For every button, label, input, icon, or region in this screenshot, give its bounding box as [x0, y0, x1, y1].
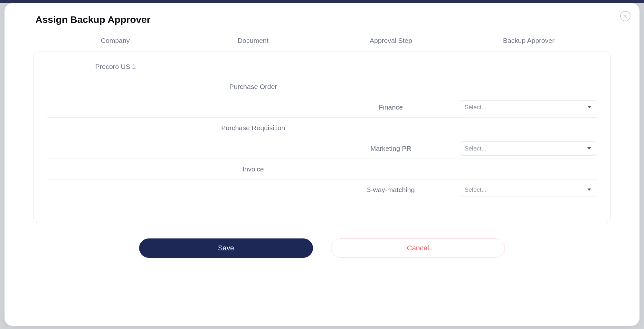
document-label: Purchase Order	[185, 83, 322, 91]
header-backup-approver: Backup Approver	[460, 37, 598, 44]
column-headers: Company Document Approval Step Backup Ap…	[33, 37, 611, 52]
backup-approver-select-finance[interactable]: Select...	[460, 100, 598, 114]
row-doc-purchase-requisition: Purchase Requisition	[47, 118, 597, 138]
approval-step-label: Finance	[322, 103, 460, 111]
row-doc-invoice: Invoice	[47, 159, 597, 179]
save-button[interactable]: Save	[139, 238, 313, 258]
row-step-3way: 3-way-matching Select...	[47, 179, 597, 200]
backup-approver-select-3way[interactable]: Select...	[460, 183, 598, 197]
header-company: Company	[46, 37, 184, 44]
row-step-marketing-pr: Marketing PR Select...	[47, 138, 597, 159]
assign-backup-approver-modal: Assign Backup Approver Company Document …	[5, 3, 639, 326]
cancel-button[interactable]: Cancel	[331, 238, 505, 258]
close-button[interactable]	[620, 11, 630, 21]
select-placeholder: Select...	[465, 145, 487, 152]
row-doc-purchase-order: Purchase Order	[47, 76, 597, 97]
header-document: Document	[184, 37, 322, 44]
header-approval-step: Approval Step	[322, 37, 460, 44]
select-placeholder: Select...	[465, 186, 487, 193]
modal-title: Assign Backup Approver	[35, 14, 611, 25]
backup-approver-select-marketing-pr[interactable]: Select...	[460, 141, 598, 156]
row-step-finance: Finance Select...	[47, 97, 597, 118]
chevron-down-icon	[587, 106, 591, 108]
chevron-down-icon	[587, 189, 591, 191]
assignments-panel: Precoro US 1 Purchase Order Finance Sele…	[33, 52, 611, 223]
row-company: Precoro US 1	[47, 57, 597, 76]
approval-step-label: 3-way-matching	[322, 186, 460, 194]
select-placeholder: Select...	[465, 104, 487, 111]
chevron-down-icon	[587, 147, 591, 150]
document-label: Invoice	[185, 165, 322, 173]
approval-step-label: Marketing PR	[322, 145, 460, 152]
modal-footer: Save Cancel	[33, 238, 611, 258]
company-name: Precoro US 1	[47, 63, 185, 71]
document-label: Purchase Requisition	[185, 124, 322, 132]
close-icon	[623, 14, 628, 18]
